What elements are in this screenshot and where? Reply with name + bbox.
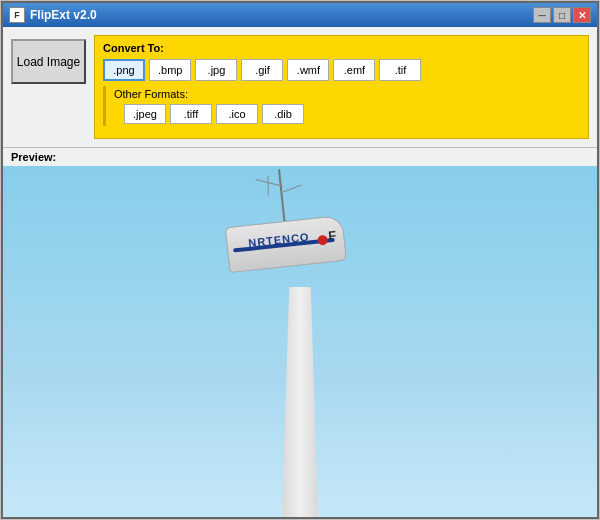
format-row-primary: .png .bmp .jpg .gif .wmf .emf .tif bbox=[103, 59, 580, 81]
format-btn-jpg[interactable]: .jpg bbox=[195, 59, 237, 81]
convert-to-label: Convert To: bbox=[103, 42, 580, 54]
convert-panel: Convert To: .png .bmp .jpg .gif .wmf .em… bbox=[94, 35, 589, 139]
divider bbox=[103, 86, 106, 126]
title-controls: ─ □ ✕ bbox=[533, 7, 591, 23]
format-btn-tiff[interactable]: .tiff bbox=[170, 104, 212, 124]
restore-button[interactable]: □ bbox=[553, 7, 571, 23]
nacelle-dot bbox=[317, 234, 328, 245]
nacelle-letter: F bbox=[328, 228, 337, 244]
other-formats-label: Other Formats: bbox=[114, 88, 304, 100]
title-bar-left: F FlipExt v2.0 bbox=[9, 7, 97, 23]
format-btn-gif[interactable]: .gif bbox=[241, 59, 283, 81]
top-panel: Load Image Convert To: .png .bmp .jpg .g… bbox=[3, 27, 597, 147]
minimize-button[interactable]: ─ bbox=[533, 7, 551, 23]
preview-section: Preview: NRTENCO bbox=[3, 147, 597, 517]
format-row-secondary: .jpeg .tiff .ico .dib bbox=[114, 104, 304, 124]
format-btn-emf[interactable]: .emf bbox=[333, 59, 375, 81]
format-btn-bmp[interactable]: .bmp bbox=[149, 59, 191, 81]
preview-image-container: NRTENCO F bbox=[3, 166, 597, 517]
preview-label: Preview: bbox=[3, 148, 597, 166]
format-btn-ico[interactable]: .ico bbox=[216, 104, 258, 124]
format-btn-wmf[interactable]: .wmf bbox=[287, 59, 329, 81]
format-btn-jpeg[interactable]: .jpeg bbox=[124, 104, 166, 124]
format-btn-tif[interactable]: .tif bbox=[379, 59, 421, 81]
app-window: F FlipExt v2.0 ─ □ ✕ Load Image Convert … bbox=[1, 1, 599, 519]
load-image-button[interactable]: Load Image bbox=[11, 39, 86, 84]
format-btn-dib[interactable]: .dib bbox=[262, 104, 304, 124]
other-formats-row: Other Formats: .jpeg .tiff .ico .dib bbox=[103, 86, 580, 126]
close-button[interactable]: ✕ bbox=[573, 7, 591, 23]
app-icon: F bbox=[9, 7, 25, 23]
content-area: Load Image Convert To: .png .bmp .jpg .g… bbox=[3, 27, 597, 517]
format-btn-png[interactable]: .png bbox=[103, 59, 145, 81]
title-bar: F FlipExt v2.0 ─ □ ✕ bbox=[3, 3, 597, 27]
window-title: FlipExt v2.0 bbox=[30, 8, 97, 22]
